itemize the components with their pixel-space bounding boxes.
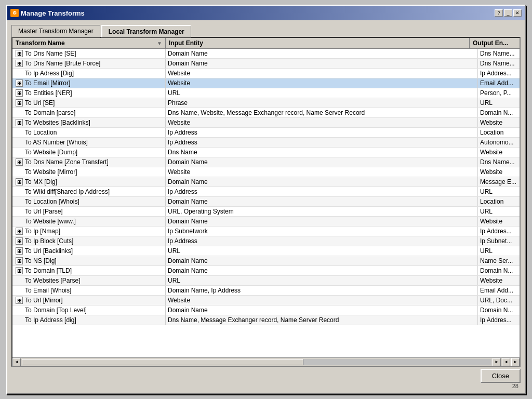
cell-transform-name: ⊞To Email [Mirror]: [12, 78, 166, 88]
table-row[interactable]: To Location [Whois]Domain NameLocation: [12, 197, 520, 207]
cell-transform-name: ⊞To Dns Name [Brute Force]: [12, 59, 166, 68]
expand-icon[interactable]: ⊞: [16, 237, 23, 245]
help-title-btn[interactable]: ?: [495, 9, 503, 17]
cell-output-entity: Email Add...: [478, 78, 520, 88]
cell-transform-name: ⊞To Dns Name [SE]: [12, 49, 166, 58]
table-row[interactable]: ⊞To Ip [Nmap]Ip SubnetworkIp Addres...: [12, 227, 520, 236]
cell-input-entity: Domain Name: [166, 266, 478, 275]
table-row[interactable]: ⊞To Ip Block [Cuts]Ip AddressIp Subnet..…: [12, 236, 520, 246]
expand-icon[interactable]: ⊞: [16, 297, 23, 304]
table-row[interactable]: ⊞To Dns Name [Zone Transfert]Domain Name…: [12, 157, 520, 167]
table-row[interactable]: To Website [Mirror]WebsiteWebsite: [12, 167, 520, 177]
cell-output-entity: Website: [478, 217, 520, 226]
table-row[interactable]: To Websites [Parse]URLWebsite: [12, 276, 520, 286]
cell-input-entity: Phrase: [166, 98, 478, 108]
table-row[interactable]: ⊞To Url [Backlinks]URLURL: [12, 246, 520, 256]
table-row[interactable]: ⊞To Url [Mirror]WebsiteURL, Doc...: [12, 296, 520, 305]
cell-transform-name: To AS Number [Whois]: [12, 138, 166, 147]
cell-output-entity: Domain N...: [478, 305, 520, 315]
table-row[interactable]: To Ip Address [dig]Dns Name, Message Exc…: [12, 315, 520, 325]
h-scroll-thumb[interactable]: [22, 359, 303, 365]
table-row[interactable]: ⊞To Email [Mirror]WebsiteEmail Add...: [12, 78, 520, 88]
expand-icon[interactable]: ⊞: [16, 79, 23, 87]
table-row[interactable]: ⊞To MX [Dig]Domain NameMessage E...: [12, 177, 520, 187]
title-bar-buttons: ? _ ✕: [495, 9, 522, 17]
corner-scroll-right[interactable]: ►: [511, 358, 520, 366]
expand-icon[interactable]: ⊞: [16, 158, 23, 166]
cell-input-entity: Website: [166, 69, 478, 78]
cell-output-entity: Dns Name...: [478, 59, 520, 68]
close-title-btn[interactable]: ✕: [513, 9, 522, 17]
expand-icon[interactable]: ⊞: [16, 99, 23, 107]
cell-output-entity: Domain N...: [478, 108, 520, 117]
h-scroll-track[interactable]: [22, 359, 491, 365]
expand-icon[interactable]: ⊞: [16, 228, 23, 235]
table-row[interactable]: ⊞To Domain [TLD]Domain NameDomain N...: [12, 266, 520, 276]
footer: Close 28: [11, 369, 521, 389]
footer-right: Close 28: [481, 369, 521, 389]
table-row[interactable]: ⊞To Entities [NER]URLPerson, P...: [12, 88, 520, 98]
cell-transform-name: To Location [Whois]: [12, 197, 166, 206]
table-row[interactable]: To Domain [parse]Dns Name, Website, Mess…: [12, 108, 520, 118]
expand-icon[interactable]: ⊞: [16, 247, 23, 255]
corner-scroll-left[interactable]: ◄: [502, 358, 510, 366]
expand-icon[interactable]: ⊞: [16, 60, 23, 67]
h-scroll-left-btn[interactable]: ◄: [12, 358, 21, 366]
tab-master[interactable]: Master Transform Manager: [11, 25, 100, 37]
table-row[interactable]: ⊞To Websites [Backlinks]WebsiteWebsite: [12, 118, 520, 128]
cell-output-entity: Dns Name...: [478, 49, 520, 58]
cell-transform-name: To Url [Parse]: [12, 207, 166, 216]
cell-input-entity: Dns Name, Website, Message Exchanger rec…: [166, 108, 478, 117]
table-body[interactable]: ⊞To Dns Name [SE]Domain NameDns Name...⊞…: [12, 49, 520, 357]
table-row[interactable]: To Url [Parse]URL, Operating SystemURL: [12, 207, 520, 217]
table-row[interactable]: ⊞To Url [SE]PhraseURL: [12, 98, 520, 108]
table-row[interactable]: To Website [www.]Domain NameWebsite: [12, 217, 520, 227]
cell-input-entity: Website: [166, 78, 478, 88]
table-row[interactable]: ⊞To Dns Name [Brute Force]Domain NameDns…: [12, 59, 520, 69]
cell-input-entity: Ip Subnetwork: [166, 227, 478, 236]
cell-transform-name: To Domain [Top Level]: [12, 305, 166, 315]
cell-transform-name: ⊞To MX [Dig]: [12, 177, 166, 187]
cell-transform-name: ⊞To Url [Mirror]: [12, 296, 166, 305]
expand-icon[interactable]: ⊞: [16, 119, 23, 126]
table-row[interactable]: To Wiki diff[Shared Ip Address]Ip Addres…: [12, 187, 520, 197]
right-scroll-btns: ◄ ►: [502, 358, 520, 366]
h-scroll-right-btn[interactable]: ►: [493, 358, 501, 366]
cell-output-entity: Email Add...: [478, 286, 520, 295]
cell-output-entity: Website: [478, 148, 520, 157]
cell-output-entity: Ip Addres...: [478, 227, 520, 236]
table-row[interactable]: To Website [Dump]Dns NameWebsite: [12, 148, 520, 157]
window-content: Master Transform Manager Local Transform…: [7, 20, 525, 393]
expand-icon[interactable]: ⊞: [16, 89, 23, 97]
cell-transform-name: To Website [Mirror]: [12, 167, 166, 177]
cell-output-entity: Ip Addres...: [478, 315, 520, 325]
cell-output-entity: URL: [478, 187, 520, 196]
cell-output-entity: Ip Subnet...: [478, 236, 520, 246]
cell-input-entity: Domain Name: [166, 217, 478, 226]
table-row[interactable]: ⊞To Dns Name [SE]Domain NameDns Name...: [12, 49, 520, 59]
table-row[interactable]: To Email [Whois]Domain Name, Ip AddressE…: [12, 286, 520, 296]
tab-local[interactable]: Local Transform Manager: [101, 25, 191, 37]
main-window: ⚙ Manage Transforms ? _ ✕ Master Transfo…: [6, 5, 526, 394]
page-number: 28: [512, 383, 521, 389]
table-row[interactable]: To AS Number [Whois]Ip AddressAutonomo..…: [12, 138, 520, 148]
table-row[interactable]: ⊞To NS [Dig]Domain NameName Ser...: [12, 256, 520, 266]
cell-output-entity: URL, Doc...: [478, 296, 520, 305]
expand-icon[interactable]: ⊞: [16, 257, 23, 264]
close-button[interactable]: Close: [481, 369, 521, 383]
minimize-title-btn[interactable]: _: [504, 9, 512, 17]
expand-icon[interactable]: ⊞: [16, 178, 23, 185]
cell-transform-name: ⊞To Ip [Nmap]: [12, 227, 166, 236]
cell-transform-name: To Website [Dump]: [12, 148, 166, 157]
cell-input-entity: Ip Address: [166, 128, 478, 137]
expand-icon[interactable]: ⊞: [16, 267, 23, 274]
col-header-input-entity: Input Entity: [166, 38, 470, 48]
scroll-spacer: [511, 38, 520, 48]
table-row[interactable]: To Ip Adress [Dig]WebsiteIp Addres...: [12, 69, 520, 78]
cell-input-entity: Domain Name: [166, 177, 478, 187]
cell-transform-name: ⊞To Domain [TLD]: [12, 266, 166, 275]
table-row[interactable]: To Domain [Top Level]Domain NameDomain N…: [12, 305, 520, 315]
cell-transform-name: ⊞To Entities [NER]: [12, 88, 166, 98]
expand-icon[interactable]: ⊞: [16, 50, 23, 57]
table-row[interactable]: To LocationIp AddressLocation: [12, 128, 520, 138]
